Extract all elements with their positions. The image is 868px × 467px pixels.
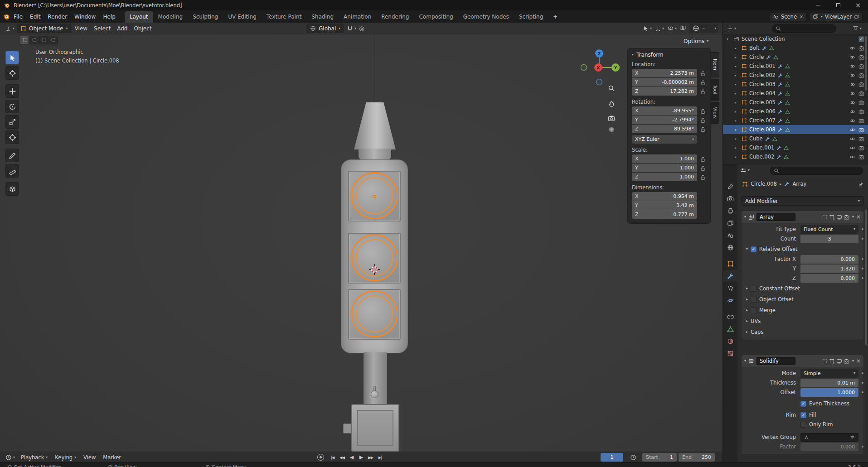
caps-subpanel[interactable]: ▸Caps: [742, 327, 863, 337]
add-workspace-button[interactable]: +: [548, 11, 563, 23]
lock-icon[interactable]: [699, 174, 706, 180]
tab-physics[interactable]: [723, 294, 737, 306]
traffic-light-base-box[interactable]: [351, 404, 399, 452]
outliner-row-circle-007[interactable]: ▸Circle.007: [723, 116, 868, 125]
outliner-row-circle-002[interactable]: ▸Circle.002: [723, 71, 868, 80]
expand-icon[interactable]: ▸: [746, 330, 748, 334]
render-visibility-icon[interactable]: [858, 63, 864, 69]
tab-render[interactable]: [723, 193, 737, 204]
hide-eye-icon[interactable]: [849, 109, 855, 115]
tool-cursor[interactable]: [5, 66, 19, 80]
rotation-x-field[interactable]: X-89.955°: [632, 106, 697, 115]
3d-viewport[interactable]: User Orthographic (1) Scene Collection |…: [0, 34, 723, 452]
dimensions-x-field[interactable]: X0.954 m: [632, 192, 697, 201]
frame-end-field[interactable]: End250: [679, 453, 715, 462]
hide-eye-icon[interactable]: [849, 118, 855, 124]
location-y-field[interactable]: Y-0.000002 m: [632, 78, 697, 87]
object-offset-checkbox[interactable]: [751, 297, 756, 303]
expand-icon[interactable]: ▸: [746, 319, 748, 323]
tool-move[interactable]: [5, 84, 19, 98]
shading-material-button[interactable]: [706, 28, 709, 29]
outliner-row-circle-004[interactable]: ▸Circle.004: [723, 89, 868, 98]
outliner-row-cube-001[interactable]: ▸Cube.001: [723, 143, 868, 152]
properties-editor-selector[interactable]: ▾: [740, 167, 750, 173]
collapse-icon[interactable]: ▾: [727, 37, 731, 41]
delete-modifier-icon[interactable]: ×: [856, 214, 861, 220]
menu-render[interactable]: Render: [44, 12, 71, 21]
location-x-field[interactable]: X2.2573 m: [632, 69, 697, 77]
expand-icon[interactable]: ▸: [735, 110, 739, 114]
traffic-light-panel-bottom[interactable]: [348, 289, 401, 340]
scale-z-field[interactable]: Z1.000: [632, 173, 697, 181]
animate-dot[interactable]: [862, 391, 863, 393]
rotation-z-field[interactable]: Z89.598°: [632, 125, 697, 133]
gizmos-toggle[interactable]: ▾: [655, 25, 664, 31]
overlays-toggle[interactable]: ▾: [667, 25, 677, 31]
menu-help[interactable]: Help: [99, 12, 119, 21]
expand-icon[interactable]: ▸: [735, 155, 739, 159]
outliner-row-bolt[interactable]: ▸Bolt: [723, 43, 868, 53]
workspace-tab-geometry-nodes[interactable]: Geometry Nodes: [458, 11, 514, 23]
expand-icon[interactable]: ▸: [735, 55, 739, 59]
array-modifier-header[interactable]: ▾ Array ▾ ×: [742, 211, 863, 223]
show-realtime-toggle[interactable]: [836, 358, 842, 364]
outliner-row-circle-008-selected[interactable]: ▸Circle.008: [723, 125, 868, 134]
hide-eye-icon[interactable]: [849, 63, 855, 69]
animate-dot[interactable]: [862, 268, 863, 270]
menu-file[interactable]: File: [10, 12, 26, 21]
only-rim-checkbox[interactable]: [800, 422, 806, 428]
outliner-scrollbar[interactable]: [865, 36, 867, 91]
breadcrumb-modifier[interactable]: Array: [792, 181, 806, 187]
solidify-modifier-header[interactable]: ▾ Solidify ▾ ×: [742, 355, 863, 367]
outliner-row-scene-collection[interactable]: ▾ Scene Collection ✓: [723, 34, 868, 43]
modifier-name-field[interactable]: Array: [756, 213, 795, 221]
breadcrumb-object[interactable]: Circle.008: [751, 181, 777, 187]
tab-view-layer[interactable]: [723, 217, 737, 229]
sidebar-tab-tool[interactable]: Tool: [711, 79, 719, 101]
animate-dot[interactable]: [862, 258, 863, 260]
delete-modifier-icon[interactable]: ×: [856, 358, 861, 364]
lock-icon[interactable]: [699, 70, 706, 77]
navigation-gizmo[interactable]: Z Y X: [580, 47, 630, 92]
outliner-row-circle[interactable]: ▸Circle: [723, 53, 868, 62]
current-frame-field[interactable]: 1: [601, 453, 623, 462]
workspace-tab-texture-paint[interactable]: Texture Paint: [262, 11, 306, 23]
hide-eye-icon[interactable]: [849, 136, 855, 142]
workspace-tab-rendering[interactable]: Rendering: [376, 11, 414, 23]
shading-wireframe-button[interactable]: [691, 24, 701, 32]
tab-world[interactable]: [723, 241, 737, 253]
even-thickness-checkbox[interactable]: ✓: [800, 401, 806, 407]
select-mode-intersect[interactable]: [48, 36, 58, 44]
expand-icon[interactable]: ▸: [735, 64, 739, 68]
show-in-editmode-toggle[interactable]: [829, 214, 835, 220]
menu-marker[interactable]: Marker: [100, 453, 124, 462]
workspace-tab-modeling[interactable]: Modeling: [153, 11, 188, 23]
tool-rotate[interactable]: [5, 100, 19, 113]
axis-neg-z-handle[interactable]: [596, 79, 602, 85]
tool-scale[interactable]: [5, 115, 19, 129]
expand-icon[interactable]: ▸: [735, 128, 739, 132]
blender-menu-icon[interactable]: [3, 13, 10, 20]
workspace-tab-compositing[interactable]: Compositing: [414, 11, 458, 23]
lock-icon[interactable]: [699, 126, 706, 132]
expand-icon[interactable]: ▸: [735, 91, 739, 96]
animate-dot[interactable]: [862, 228, 863, 230]
animate-dot[interactable]: [862, 277, 863, 279]
sidebar-tab-item[interactable]: Item: [711, 52, 719, 77]
collection-checkbox[interactable]: ✓: [858, 36, 864, 42]
collapse-icon[interactable]: ▾: [744, 359, 746, 363]
traffic-light-panel-middle[interactable]: [348, 233, 401, 284]
properties-search-input[interactable]: [770, 167, 863, 175]
tab-material[interactable]: [723, 335, 737, 347]
axis-neg-y-handle[interactable]: [581, 65, 587, 71]
invert-icon[interactable]: [850, 435, 855, 439]
factor-z-field[interactable]: 0.000: [800, 274, 858, 283]
close-button[interactable]: [848, 0, 868, 10]
scene-selector[interactable]: Scene ×: [770, 12, 807, 21]
menu-view[interactable]: View: [72, 24, 91, 33]
count-field[interactable]: 3: [800, 235, 858, 243]
expand-icon[interactable]: ▸: [735, 73, 739, 77]
workspace-tab-animation[interactable]: Animation: [339, 11, 376, 23]
expand-icon[interactable]: ▸: [735, 137, 739, 141]
render-visibility-icon[interactable]: [858, 118, 864, 124]
